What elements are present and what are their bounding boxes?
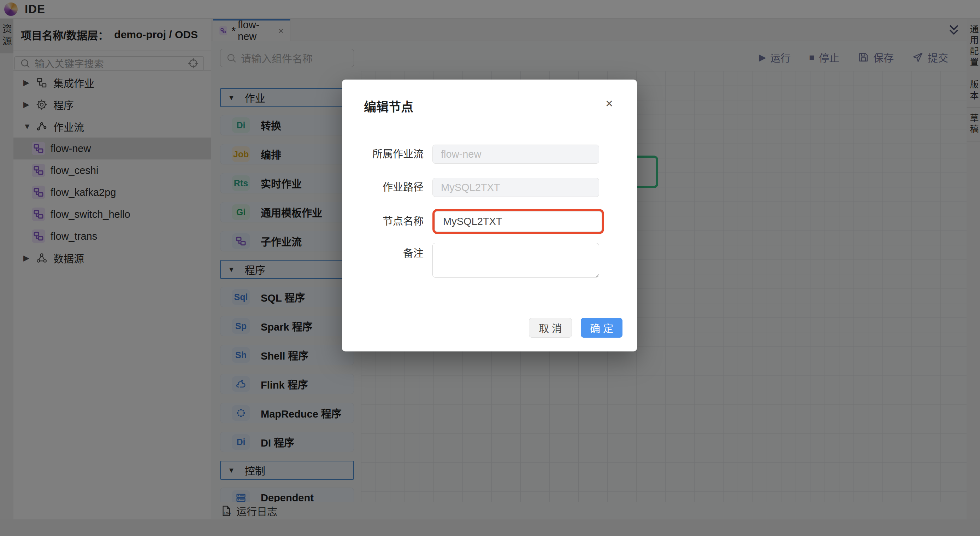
- flow-name-field[interactable]: [433, 145, 599, 164]
- close-icon[interactable]: ×: [606, 97, 613, 110]
- field-label-memo: 备注: [342, 243, 433, 278]
- dialog-title: 编辑节点: [364, 97, 413, 115]
- confirm-button[interactable]: 确 定: [581, 318, 622, 338]
- memo-field[interactable]: [433, 243, 599, 278]
- focus-error-ring: [433, 209, 604, 234]
- field-label-node-name: 节点名称: [342, 209, 433, 234]
- field-label-job-path: 作业路径: [342, 178, 433, 197]
- edit-node-dialog: 编辑节点 × 所属作业流 作业路径 节点名称 备注 取 消 确 定: [342, 80, 637, 351]
- edit-node-form: 所属作业流 作业路径 节点名称 备注: [342, 145, 637, 292]
- dialog-actions: 取 消 确 定: [529, 318, 622, 338]
- field-label-flow: 所属作业流: [342, 145, 433, 164]
- node-name-field[interactable]: [434, 211, 602, 232]
- cancel-button[interactable]: 取 消: [529, 318, 572, 338]
- job-path-field[interactable]: [433, 178, 599, 197]
